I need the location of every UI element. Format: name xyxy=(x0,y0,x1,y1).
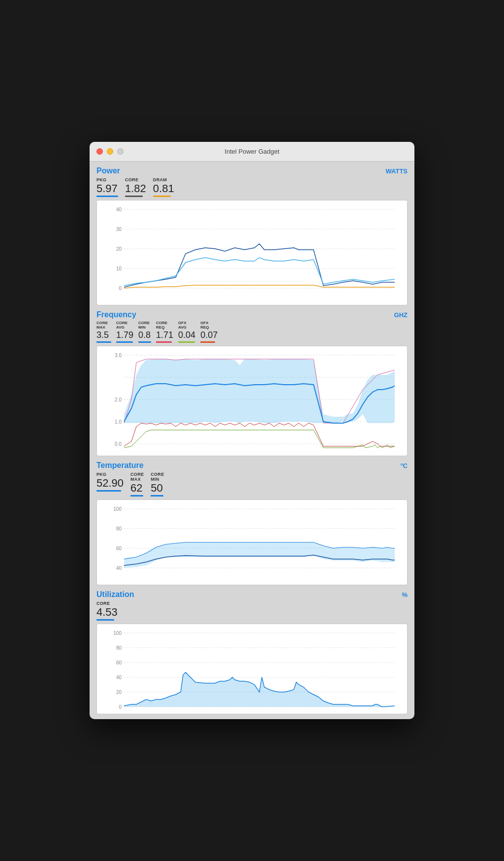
power-header: Power WATTS xyxy=(96,166,408,175)
power-dram-underline xyxy=(153,196,171,197)
power-panel: Power WATTS PKG 5.97 CORE 1.82 DRA xyxy=(96,166,408,305)
temp-pkg-label: PKG xyxy=(96,472,106,477)
temperature-chart: 100 80 60 40 xyxy=(96,499,408,585)
svg-marker-28 xyxy=(124,542,395,568)
freq-core-avg: CORE AVG 1.79 xyxy=(116,321,133,343)
freq-core-min-value: 0.8 xyxy=(138,330,151,340)
utilization-chart-svg: 100 80 60 40 20 0 xyxy=(101,628,403,712)
temperature-panel: Temperature °C PKG 52.90 COREMAX 62 xyxy=(96,461,408,585)
frequency-header: Frequency GHZ xyxy=(96,310,408,319)
freq-core-req-label2: REQ xyxy=(156,326,164,330)
titlebar: Intel Power Gadget xyxy=(90,142,414,162)
power-dram-value: 0.81 xyxy=(153,183,174,195)
util-core-value: 4.53 xyxy=(96,606,118,618)
svg-text:100: 100 xyxy=(113,630,122,636)
util-core-underline xyxy=(96,619,114,621)
svg-text:100: 100 xyxy=(113,506,122,512)
freq-gfx-req-value: 0.07 xyxy=(200,330,218,340)
svg-text:1.0: 1.0 xyxy=(115,419,122,425)
power-core-underline xyxy=(125,196,143,197)
svg-text:40: 40 xyxy=(116,207,122,212)
window-buttons xyxy=(96,148,124,155)
main-window: Intel Power Gadget Power WATTS PKG 5.97 … xyxy=(90,142,414,719)
temp-core-max-label: COREMAX xyxy=(130,472,144,482)
svg-marker-19 xyxy=(124,359,395,423)
svg-text:0: 0 xyxy=(119,704,122,710)
freq-core-req: CORE REQ 1.71 xyxy=(156,321,173,343)
temperature-header: Temperature °C xyxy=(96,461,408,470)
power-unit: WATTS xyxy=(385,167,408,175)
temp-core-max-value: 62 xyxy=(130,482,142,494)
temperature-title: Temperature xyxy=(96,461,144,470)
temperature-metrics: PKG 52.90 COREMAX 62 COREMIN 50 xyxy=(96,472,408,497)
svg-text:60: 60 xyxy=(116,660,122,665)
utilization-header: Utilization % xyxy=(96,590,408,599)
freq-core-min: CORE MIN 0.8 xyxy=(138,321,151,343)
power-title: Power xyxy=(96,166,120,175)
power-pkg: PKG 5.97 xyxy=(96,177,118,197)
temp-core-min-value: 50 xyxy=(151,482,162,494)
freq-core-max: CORE MAX 3.5 xyxy=(96,321,111,343)
temperature-chart-svg: 100 80 60 40 xyxy=(101,504,403,583)
utilization-title: Utilization xyxy=(96,590,134,599)
freq-gfx-avg-underline xyxy=(178,341,195,343)
temp-core-min-label: COREMIN xyxy=(151,472,164,482)
freq-core-max-label2: MAX xyxy=(96,326,105,330)
frequency-chart-svg: 3.0 2.0 1.0 0.0 xyxy=(101,350,403,454)
power-core: CORE 1.82 xyxy=(125,177,146,197)
svg-text:0.0: 0.0 xyxy=(115,441,122,447)
freq-gfx-avg-value: 0.04 xyxy=(178,330,195,340)
frequency-chart: 3.0 2.0 1.0 0.0 xyxy=(96,346,408,456)
svg-text:3.0: 3.0 xyxy=(115,353,122,358)
freq-gfx-avg-label2: AVG xyxy=(178,326,187,330)
temp-pkg-value: 52.90 xyxy=(96,477,124,489)
svg-text:2.0: 2.0 xyxy=(115,397,122,402)
power-pkg-value: 5.97 xyxy=(96,183,118,195)
svg-text:20: 20 xyxy=(116,246,122,252)
frequency-metrics: CORE MAX 3.5 CORE AVG 1.79 CORE MIN 0.8 xyxy=(96,321,408,343)
svg-text:80: 80 xyxy=(116,526,122,531)
power-pkg-underline xyxy=(96,196,118,197)
freq-gfx-req: GFX REQ 0.07 xyxy=(200,321,218,343)
util-core-label: CORE xyxy=(96,601,110,606)
utilization-panel: Utilization % CORE 4.53 xyxy=(96,590,408,714)
temp-pkg: PKG 52.90 xyxy=(96,472,124,492)
temp-core-max: COREMAX 62 xyxy=(130,472,144,497)
freq-core-req-underline xyxy=(156,341,172,343)
utilization-chart: 100 80 60 40 20 0 xyxy=(96,624,408,714)
freq-core-max-underline xyxy=(96,341,111,343)
svg-text:40: 40 xyxy=(116,675,122,680)
svg-text:30: 30 xyxy=(116,227,122,232)
content-area: Power WATTS PKG 5.97 CORE 1.82 DRA xyxy=(90,162,414,719)
svg-text:0: 0 xyxy=(119,286,122,291)
power-core-value: 1.82 xyxy=(125,183,146,195)
freq-gfx-req-underline xyxy=(200,341,215,343)
freq-core-avg-underline xyxy=(116,341,133,343)
freq-core-min-underline xyxy=(138,341,151,343)
frequency-unit: GHZ xyxy=(394,311,408,319)
minimize-button[interactable] xyxy=(107,148,113,155)
maximize-button[interactable] xyxy=(117,148,124,155)
svg-text:80: 80 xyxy=(116,645,122,651)
close-button[interactable] xyxy=(96,148,103,155)
temp-core-min-underline xyxy=(151,495,163,497)
utilization-metrics: CORE 4.53 xyxy=(96,601,408,621)
svg-text:40: 40 xyxy=(116,565,122,571)
svg-text:20: 20 xyxy=(116,690,122,695)
temp-pkg-underline xyxy=(96,490,121,492)
freq-core-req-value: 1.71 xyxy=(156,330,173,340)
freq-core-avg-label2: AVG xyxy=(116,326,125,330)
temp-core-min: COREMIN 50 xyxy=(151,472,164,497)
freq-core-avg-value: 1.79 xyxy=(116,330,133,340)
power-chart-svg: 40 30 20 10 0 xyxy=(101,204,403,303)
svg-marker-41 xyxy=(124,672,395,707)
svg-text:10: 10 xyxy=(116,266,122,271)
util-core: CORE 4.53 xyxy=(96,601,118,621)
freq-gfx-req-label2: REQ xyxy=(200,326,209,330)
power-dram: DRAM 0.81 xyxy=(153,177,174,197)
frequency-title: Frequency xyxy=(96,310,136,319)
power-metrics: PKG 5.97 CORE 1.82 DRAM 0.81 xyxy=(96,177,408,197)
svg-text:60: 60 xyxy=(116,546,122,551)
freq-core-max-value: 3.5 xyxy=(96,330,109,340)
frequency-panel: Frequency GHZ CORE MAX 3.5 CORE AVG 1.79 xyxy=(96,310,408,456)
